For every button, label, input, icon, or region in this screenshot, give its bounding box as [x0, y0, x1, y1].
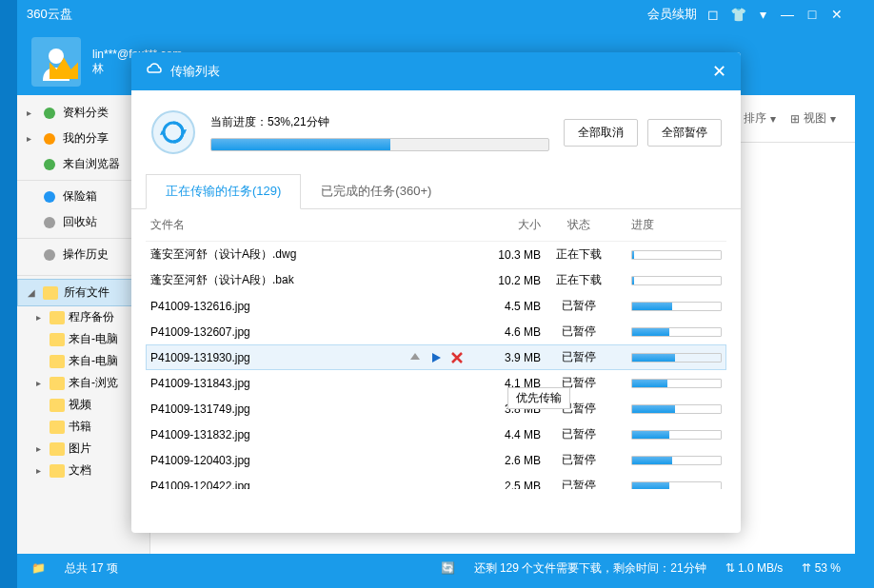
- tree-label: 程序备份: [69, 309, 114, 325]
- expand-icon[interactable]: ▸: [27, 133, 36, 144]
- tree-item-2[interactable]: 来自-电脑: [17, 350, 149, 372]
- app-title: 360云盘: [27, 6, 647, 23]
- file-size: 4.5 MB: [474, 300, 541, 313]
- table-header: 文件名 大小 状态 进度: [146, 209, 726, 242]
- table-row[interactable]: P41009-131749.jpg3.8 MB已暂停: [146, 396, 726, 421]
- table-row[interactable]: P41009-120403.jpg2.6 MB已暂停: [146, 447, 726, 473]
- file-progress: [631, 481, 722, 490]
- play-icon[interactable]: [429, 351, 443, 364]
- file-status: 正在下载: [541, 272, 617, 288]
- table-row[interactable]: P41009-132607.jpg4.6 MB已暂停: [146, 319, 726, 344]
- tab-transferring[interactable]: 正在传输的任务(129): [146, 174, 301, 209]
- sidebar-item-all-files[interactable]: ◢ 所有文件: [17, 279, 149, 306]
- file-status: 已暂停: [541, 349, 617, 365]
- minimize-icon[interactable]: —: [779, 6, 796, 23]
- tree-item-1[interactable]: 来自-电脑: [17, 328, 149, 350]
- table-row[interactable]: P41009-131843.jpg4.1 MB已暂停: [146, 370, 726, 396]
- table-row[interactable]: 蓬安至河舒（设计A段）.bak10.2 MB正在下载: [146, 267, 726, 293]
- titlebar: 360云盘 会员续期 ◻ 👕 ▾ — □ ✕: [17, 0, 855, 29]
- tree-expand-icon[interactable]: ▸: [36, 465, 46, 476]
- svg-point-2: [44, 133, 55, 145]
- folder-icon: [50, 399, 65, 412]
- sidebar: ▸资料分类▸我的分享来自浏览器保险箱回收站操作历史 ◢ 所有文件 ▸程序备份来自…: [17, 95, 150, 554]
- status-percent: ⇈ 53 %: [802, 561, 841, 575]
- progress-section: 当前进度：53%,21分钟 全部取消 全部暂停: [131, 90, 741, 174]
- tree-item-3[interactable]: ▸来自-浏览: [17, 372, 149, 394]
- sort-dropdown[interactable]: 排序 ▾: [744, 110, 776, 127]
- sidebar-label: 资料分类: [63, 105, 109, 121]
- col-size: 大小: [474, 217, 541, 233]
- membership-link[interactable]: 会员续期: [647, 6, 697, 23]
- sidebar-item-1[interactable]: ▸我的分享: [17, 126, 149, 151]
- menu-dropdown-icon[interactable]: ▾: [754, 6, 771, 23]
- tree-label: 来自-电脑: [69, 331, 118, 347]
- sidebar-item-0[interactable]: ▸资料分类: [17, 100, 149, 126]
- sidebar-item-5[interactable]: 操作历史: [17, 242, 149, 267]
- arrow-up-icon[interactable]: [408, 351, 422, 364]
- sidebar-item-4[interactable]: 回收站: [17, 209, 149, 235]
- sidebar-item-2[interactable]: 来自浏览器: [17, 151, 149, 177]
- file-progress: [631, 353, 722, 363]
- tree-label: 来自-浏览: [69, 375, 118, 391]
- file-progress: [631, 379, 722, 388]
- table-row[interactable]: 蓬安至河舒（设计A段）.dwg10.3 MB正在下载: [146, 242, 726, 267]
- svg-point-4: [44, 191, 55, 203]
- file-name: 蓬安至河舒（设计A段）.bak: [150, 272, 398, 288]
- chat-icon[interactable]: ◻: [705, 6, 722, 23]
- maximize-icon[interactable]: □: [804, 6, 821, 23]
- progress-text: 当前进度：53%,21分钟: [210, 114, 549, 130]
- file-progress: [631, 327, 722, 337]
- sidebar-label: 保险箱: [63, 188, 97, 205]
- col-name: 文件名: [150, 217, 398, 233]
- folder-icon: [50, 442, 65, 456]
- file-name: P41009-132607.jpg: [150, 325, 398, 339]
- file-size: 2.5 MB: [474, 480, 541, 490]
- table-row[interactable]: P41009-120422.jpg2.5 MB已暂停: [146, 473, 726, 489]
- tab-completed[interactable]: 已完成的任务(360+): [301, 174, 451, 208]
- svg-point-6: [44, 249, 55, 261]
- file-name: 蓬安至河舒（设计A段）.dwg: [150, 246, 398, 263]
- recycle-icon: [42, 215, 57, 230]
- file-progress: [631, 430, 722, 440]
- sidebar-label: 来自浏览器: [63, 156, 120, 172]
- expand-icon[interactable]: ▸: [27, 108, 36, 118]
- cancel-all-button[interactable]: 全部取消: [564, 119, 638, 147]
- file-size: 10.3 MB: [474, 248, 541, 262]
- overall-progress-bar: [210, 138, 549, 151]
- tree-expand-icon[interactable]: ▸: [36, 378, 46, 388]
- progress-info: 当前进度：53%,21分钟: [210, 114, 549, 151]
- table-row[interactable]: P41009-132616.jpg4.5 MB已暂停: [146, 293, 726, 319]
- file-size: 4.4 MB: [474, 428, 541, 441]
- file-name: P41009-131843.jpg: [150, 377, 398, 390]
- desktop-left-strip: [0, 0, 17, 588]
- tree-item-6[interactable]: ▸图片: [17, 438, 149, 460]
- close-icon[interactable]: ✕: [828, 6, 845, 23]
- crown-badge-icon: [45, 50, 83, 88]
- file-status: 已暂停: [541, 452, 617, 468]
- status-sync-icon[interactable]: 🔄: [441, 561, 455, 575]
- modal-close-button[interactable]: ✕: [712, 61, 726, 82]
- status-remaining: 还剩 129 个文件需要下载，剩余时间：21分钟: [474, 560, 706, 577]
- tree-item-0[interactable]: ▸程序备份: [17, 306, 149, 328]
- share-icon: [42, 131, 57, 147]
- tree-item-4[interactable]: 视频: [17, 394, 149, 416]
- sidebar-label: 操作历史: [63, 246, 109, 263]
- file-progress: [631, 404, 722, 414]
- sidebar-item-3[interactable]: 保险箱: [17, 184, 149, 209]
- modal-header: 传输列表 ✕: [131, 52, 741, 90]
- table-row[interactable]: P41009-131930.jpg3.9 MB已暂停: [146, 344, 726, 370]
- tree-item-5[interactable]: 书籍: [17, 416, 149, 438]
- cancel-icon[interactable]: [450, 351, 464, 364]
- user-avatar[interactable]: [31, 37, 81, 87]
- svg-point-3: [44, 159, 55, 170]
- tree-root-label: 所有文件: [64, 284, 109, 301]
- tree-expand-icon[interactable]: ▸: [36, 443, 46, 454]
- view-toggle[interactable]: ⊞ 视图 ▾: [790, 110, 836, 127]
- tree-collapse-icon[interactable]: ◢: [28, 287, 37, 298]
- file-name: P41009-132616.jpg: [150, 300, 398, 313]
- pause-all-button[interactable]: 全部暂停: [647, 119, 722, 147]
- table-row[interactable]: P41009-131832.jpg4.4 MB已暂停: [146, 421, 726, 447]
- skin-icon[interactable]: 👕: [729, 6, 746, 23]
- tree-item-7[interactable]: ▸文档: [17, 460, 149, 481]
- tree-expand-icon[interactable]: ▸: [36, 312, 46, 323]
